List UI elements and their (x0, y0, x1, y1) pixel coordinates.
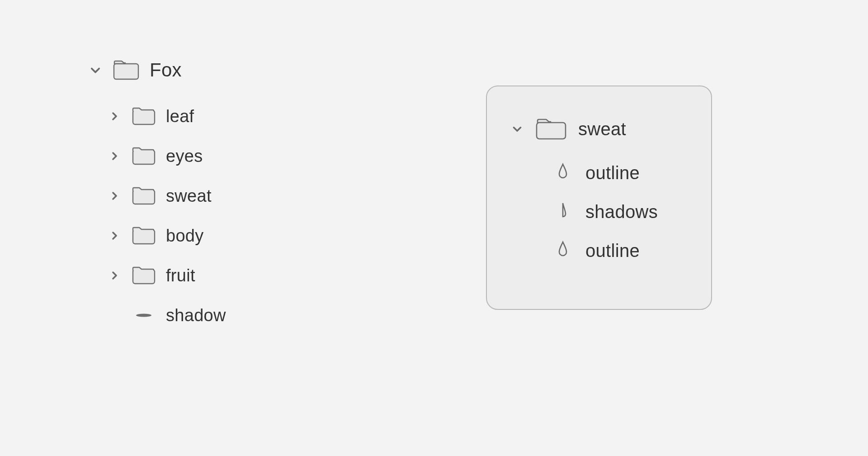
tree-item-label: sweat (166, 186, 212, 206)
svg-rect-7 (537, 123, 566, 139)
layer-item-label: outline (585, 241, 640, 261)
chevron-right-icon[interactable] (107, 228, 122, 243)
chevron-right-icon[interactable] (107, 149, 122, 163)
tree-item-label: eyes (166, 147, 203, 166)
layer-item-outline[interactable]: outline (510, 153, 693, 192)
tree-item-label: shadow (166, 306, 226, 325)
svg-rect-4 (133, 230, 155, 244)
svg-rect-3 (133, 190, 155, 204)
drop-icon (557, 202, 571, 222)
tree-item-eyes[interactable]: eyes (88, 136, 368, 176)
svg-rect-2 (133, 150, 155, 164)
folder-icon (132, 186, 156, 206)
tree-item-fruit[interactable]: fruit (88, 256, 368, 295)
folder-open-icon (535, 117, 567, 141)
layer-item-shadows[interactable]: shadows (510, 192, 693, 231)
layer-item-outline[interactable]: outline (510, 231, 693, 270)
folder-icon (132, 146, 156, 166)
tree-item-label: fruit (166, 266, 195, 285)
layer-item-label: outline (585, 163, 640, 183)
folder-open-icon (113, 59, 140, 81)
spacer (107, 308, 122, 323)
tree-item-label: Fox (150, 59, 182, 81)
tree-item-body[interactable]: body (88, 216, 368, 256)
ellipse-shape-icon (132, 313, 156, 318)
folder-icon (132, 226, 156, 246)
svg-rect-0 (114, 64, 138, 79)
tree-item-label: body (166, 226, 204, 246)
chevron-right-icon[interactable] (107, 268, 122, 283)
folder-icon (132, 106, 156, 126)
detail-panel: sweat outlineshadowsoutline (486, 86, 712, 310)
panel-folder-label: sweat (578, 119, 626, 139)
tree-item-sweat[interactable]: sweat (88, 176, 368, 216)
tree-item-label: leaf (166, 107, 194, 126)
tree-item-leaf[interactable]: leaf (88, 96, 368, 136)
svg-rect-1 (133, 110, 155, 124)
drop-icon (557, 163, 571, 183)
drop-icon (557, 241, 571, 261)
tree-item-fox[interactable]: Fox (88, 52, 368, 88)
svg-rect-5 (133, 270, 155, 284)
folder-icon (132, 266, 156, 285)
chevron-right-icon[interactable] (107, 109, 122, 124)
chevron-down-icon[interactable] (510, 122, 524, 136)
chevron-right-icon[interactable] (107, 189, 122, 203)
tree-item-sweat-open[interactable]: sweat (510, 111, 693, 147)
tree-item-shadow[interactable]: shadow (88, 295, 368, 335)
svg-point-6 (136, 314, 151, 317)
layer-item-label: shadows (585, 202, 658, 222)
chevron-down-icon[interactable] (88, 63, 103, 77)
layer-tree: Fox leafeyessweatbodyfruitshadow (88, 52, 368, 335)
